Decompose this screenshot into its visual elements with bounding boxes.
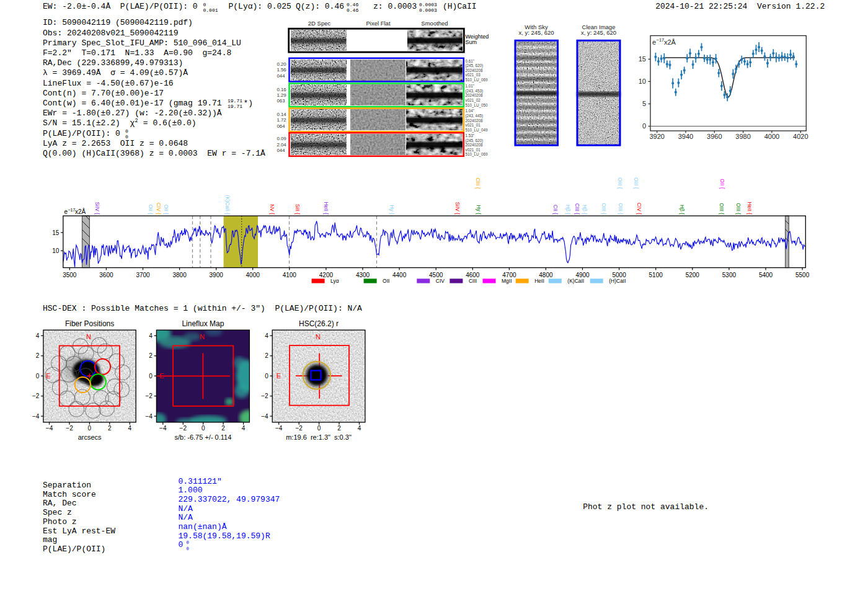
svg-text:4000: 4000 bbox=[246, 272, 260, 278]
svg-text:4020: 4020 bbox=[793, 133, 808, 140]
svg-text:SiII {: SiII { bbox=[294, 204, 301, 215]
svg-text:EW: -2.0±-0.4Å P(LAE)/P(OII):: EW: -2.0±-0.4Å P(LAE)/P(OII): 0 bbox=[43, 2, 198, 11]
svg-text:2: 2 bbox=[337, 425, 341, 432]
svg-text:x, y: 245, 620: x, y: 245, 620 bbox=[581, 29, 616, 36]
svg-text:OIII {: OIII { bbox=[601, 203, 607, 215]
svg-text:−17: −17 bbox=[68, 208, 76, 212]
svg-text:2.04: 2.04 bbox=[277, 142, 287, 148]
svg-text:5300: 5300 bbox=[722, 272, 737, 278]
svg-text:4: 4 bbox=[149, 332, 153, 339]
svg-text:HSC-DEX : Possible Matches = 1: HSC-DEX : Possible Matches = 1 (within +… bbox=[43, 304, 362, 313]
svg-text:HeII {: HeII { bbox=[323, 202, 329, 215]
svg-text:2D Spec: 2D Spec bbox=[308, 20, 331, 27]
svg-text:Hy {: Hy { bbox=[389, 205, 395, 215]
svg-text:3500: 3500 bbox=[63, 272, 77, 278]
svg-text:10: 10 bbox=[639, 78, 646, 85]
svg-text:HeII {: HeII { bbox=[746, 202, 753, 215]
svg-text:E: E bbox=[159, 372, 164, 380]
svg-text:0: 0 bbox=[187, 546, 189, 551]
svg-text:HSC(26.2) r: HSC(26.2) r bbox=[299, 319, 339, 328]
svg-text:20240208: 20240208 bbox=[466, 143, 484, 147]
svg-text:4900: 4900 bbox=[575, 272, 590, 278]
svg-text:2: 2 bbox=[265, 352, 268, 359]
svg-text:0.311121": 0.311121" bbox=[179, 477, 222, 486]
svg-text:OII: OII bbox=[383, 278, 389, 284]
svg-text:1.72: 1.72 bbox=[277, 117, 286, 123]
svg-text:CIII {: CIII { bbox=[574, 203, 580, 215]
svg-text:3920: 3920 bbox=[649, 133, 664, 140]
svg-text:−2: −2 bbox=[180, 425, 187, 432]
svg-text:2024-10-21 22:25:24 Version 1: 2024-10-21 22:25:24 Version 1.22.2 bbox=[655, 2, 825, 11]
svg-text:x, y: 245, 620: x, y: 245, 620 bbox=[518, 29, 554, 36]
svg-text:−2: −2 bbox=[261, 393, 268, 399]
svg-text:0: 0 bbox=[149, 373, 153, 380]
svg-text:OIII {: OIII { bbox=[719, 203, 725, 215]
svg-text:Sum: Sum bbox=[466, 39, 477, 45]
svg-text:3800: 3800 bbox=[172, 272, 187, 278]
svg-text:LineFlux = -4.50(±0.67)e-16: LineFlux = -4.50(±0.67)e-16 bbox=[43, 79, 174, 88]
svg-text:0.61": 0.61" bbox=[466, 59, 475, 63]
svg-text:RA,Dec (229.336899,49.979313): RA,Dec (229.336899,49.979313) bbox=[43, 58, 183, 68]
svg-text:OII {: OII { bbox=[148, 205, 154, 215]
svg-text:Cont(w) = 6.40(±0.01)e-17 (gma: Cont(w) = 6.40(±0.01)e-17 (gmag 19.71 bbox=[43, 99, 222, 108]
svg-text:−4: −4 bbox=[275, 425, 283, 432]
svg-text:4600: 4600 bbox=[466, 272, 480, 278]
svg-text:4: 4 bbox=[265, 332, 268, 339]
svg-text:−4: −4 bbox=[46, 425, 53, 432]
svg-text:044: 044 bbox=[277, 148, 286, 153]
svg-text:4: 4 bbox=[128, 425, 132, 432]
svg-text:*): *) bbox=[244, 99, 254, 108]
svg-text:(K)CaII {: (K)CaII { bbox=[224, 195, 231, 215]
svg-text:nan(±nan)Å: nan(±nan)Å bbox=[179, 522, 227, 531]
svg-text:510_LU_069: 510_LU_069 bbox=[466, 78, 489, 82]
svg-text:3600: 3600 bbox=[99, 272, 113, 278]
svg-text:5200: 5200 bbox=[686, 272, 700, 278]
svg-text:0: 0 bbox=[125, 128, 128, 134]
svg-text:0: 0 bbox=[88, 425, 92, 432]
svg-text:−4: −4 bbox=[145, 413, 153, 420]
svg-text:Match score: Match score bbox=[43, 490, 96, 499]
svg-text:E: E bbox=[46, 372, 50, 380]
svg-text:4: 4 bbox=[242, 425, 246, 432]
svg-text:OIII {: OIII { bbox=[633, 177, 639, 189]
svg-text:3900: 3900 bbox=[210, 272, 224, 278]
svg-text:HeII: HeII bbox=[534, 278, 544, 284]
svg-text:15: 15 bbox=[52, 229, 60, 236]
svg-text:(H)CaII: (H)CaII bbox=[609, 278, 626, 284]
svg-text:−2: −2 bbox=[66, 425, 73, 432]
svg-text:510_LU_069: 510_LU_069 bbox=[466, 152, 489, 157]
svg-text:x2Å: x2Å bbox=[75, 208, 86, 215]
svg-text:Fiber Positions: Fiber Positions bbox=[65, 319, 114, 328]
svg-text:NV {: NV { bbox=[269, 204, 275, 215]
svg-text:arcsecs: arcsecs bbox=[78, 433, 102, 441]
svg-text:x2Å: x2Å bbox=[664, 38, 676, 46]
svg-text:LyA z = 2.2653 OII z = 0.0648: LyA z = 2.2653 OII z = 0.0648 bbox=[43, 139, 188, 148]
svg-text:Cont(n) = 7.70(±0.00)e-17: Cont(n) = 7.70(±0.00)e-17 bbox=[43, 89, 164, 98]
svg-text:0: 0 bbox=[179, 540, 184, 549]
svg-text:(H)CaII: (H)CaII bbox=[443, 2, 477, 11]
svg-text:Primary Spec_Slot_IFU_AMP: 510: Primary Spec_Slot_IFU_AMP: 510_096_014_L… bbox=[43, 38, 241, 48]
svg-text:20240208: 20240208 bbox=[466, 93, 484, 97]
svg-text:20240208: 20240208 bbox=[466, 118, 484, 123]
svg-text:−4: −4 bbox=[261, 413, 268, 420]
svg-text:4700: 4700 bbox=[502, 272, 516, 278]
svg-text:5000: 5000 bbox=[612, 272, 626, 278]
svg-text:2: 2 bbox=[108, 425, 112, 432]
svg-text:0: 0 bbox=[202, 425, 205, 432]
svg-text:N: N bbox=[316, 333, 321, 340]
svg-text:Separation: Separation bbox=[43, 481, 91, 490]
svg-text:15: 15 bbox=[639, 55, 646, 63]
svg-text:5: 5 bbox=[642, 100, 646, 107]
svg-text:Q(0.00) (H)CaII(3968) z = 0.00: Q(0.00) (H)CaII(3968) z = 0.0003 EW r = … bbox=[43, 149, 265, 158]
svg-text:3700: 3700 bbox=[136, 272, 150, 278]
svg-text:1.01": 1.01" bbox=[466, 84, 475, 88]
svg-text:= 0.6(±0.0): = 0.6(±0.0) bbox=[138, 118, 197, 128]
svg-text:19.71: 19.71 bbox=[228, 104, 242, 109]
svg-text:Q(z): 0.46: Q(z): 0.46 bbox=[296, 2, 344, 11]
svg-text:0: 0 bbox=[265, 373, 268, 380]
svg-text:4200: 4200 bbox=[319, 272, 334, 278]
svg-text:SiIV {: SiIV { bbox=[94, 202, 100, 215]
svg-text:−17: −17 bbox=[657, 37, 665, 43]
svg-text:N/A: N/A bbox=[179, 513, 193, 522]
svg-text:Phot z plot not available.: Phot z plot not available. bbox=[583, 502, 709, 512]
